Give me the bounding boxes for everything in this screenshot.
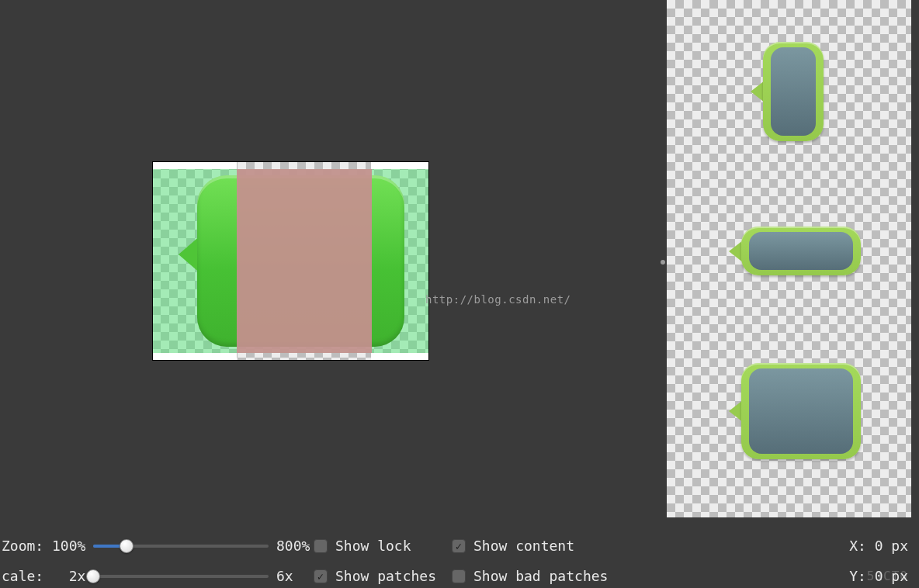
- coord-x-row: X: 0 px: [849, 537, 908, 555]
- scale-label: cale: 2x: [0, 568, 85, 584]
- show-content-row: Show content: [452, 537, 622, 555]
- scale-row: cale: 2x 6x: [0, 567, 314, 585]
- zoom-slider[interactable]: [93, 539, 269, 553]
- preview-item: [730, 227, 861, 275]
- show-content-label: Show content: [473, 538, 574, 554]
- preview-item: [752, 42, 824, 141]
- app-root: http://blog.csdn.net/: [0, 0, 919, 588]
- preview-viewport[interactable]: [667, 0, 911, 517]
- footer-bar: Zoom: 100% 800% cale: 2x 6x: [0, 529, 919, 588]
- preview-item: [730, 363, 861, 459]
- content-region-overlay: [237, 169, 372, 353]
- slider-track: [93, 575, 269, 578]
- show-content-checkbox[interactable]: [452, 539, 466, 553]
- show-lock-label: Show lock: [335, 538, 411, 554]
- coord-y-row: Y: 0 px 51CTO: [849, 567, 908, 585]
- zoom-max-label: 800%: [276, 538, 314, 554]
- show-patches-checkbox[interactable]: [314, 569, 328, 583]
- bubble-body-icon: [741, 363, 861, 459]
- scale-max-label: 6x: [276, 568, 314, 584]
- show-patches-row: Show patches: [314, 567, 452, 585]
- coord-x: X: 0 px: [849, 538, 908, 554]
- bubble-body-icon: [741, 227, 861, 275]
- editor-pane[interactable]: http://blog.csdn.net/: [0, 0, 651, 529]
- slider-thumb[interactable]: [120, 539, 134, 553]
- watermark-text: http://blog.csdn.net/: [425, 293, 571, 306]
- show-bad-patches-label: Show bad patches: [473, 568, 608, 584]
- footer-checkboxes-2: Show content Show bad patches: [452, 534, 622, 588]
- pane-divider-handle[interactable]: [661, 260, 665, 265]
- preview-pane: [651, 0, 919, 529]
- main-area: http://blog.csdn.net/: [0, 0, 919, 529]
- slider-thumb[interactable]: [86, 569, 100, 583]
- scale-slider[interactable]: [93, 569, 269, 583]
- show-bad-patches-row: Show bad patches: [452, 567, 622, 585]
- preview-items: [667, 0, 911, 517]
- show-patches-label: Show patches: [335, 568, 436, 584]
- footer-coords: X: 0 px Y: 0 px 51CTO: [849, 534, 919, 588]
- editor-canvas[interactable]: [152, 161, 429, 361]
- show-bad-patches-checkbox[interactable]: [452, 569, 466, 583]
- zoom-row: Zoom: 100% 800%: [0, 537, 314, 555]
- footer-sliders: Zoom: 100% 800% cale: 2x 6x: [0, 534, 314, 588]
- bubble-body-icon: [763, 42, 824, 141]
- footer-watermark: 51CTO: [867, 569, 908, 583]
- zoom-label: Zoom: 100%: [0, 538, 85, 554]
- show-lock-checkbox[interactable]: [314, 539, 328, 553]
- footer-checkboxes-1: Show lock Show patches: [314, 534, 452, 588]
- show-lock-row: Show lock: [314, 537, 452, 555]
